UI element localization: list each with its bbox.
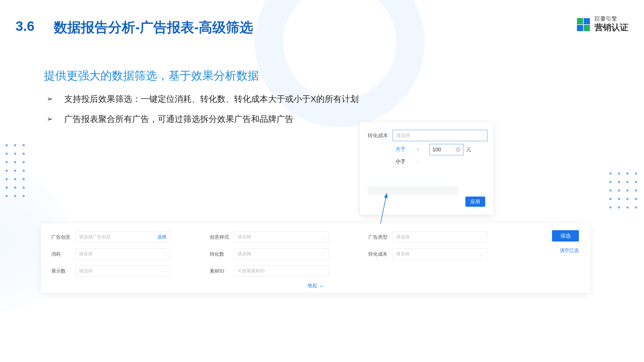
popup-select[interactable]: 请选择 ˄ bbox=[393, 130, 487, 141]
chevron-up-icon: ︽ bbox=[320, 283, 324, 288]
popup-unit: 元 bbox=[466, 146, 471, 153]
svg-rect-3 bbox=[584, 25, 590, 31]
svg-rect-1 bbox=[584, 18, 590, 24]
conversion-cost-select[interactable]: 请选择 ⌄ bbox=[392, 248, 487, 260]
logo-text-small: 巨量引擎 bbox=[594, 16, 628, 22]
logo-text-big: 营销认证 bbox=[594, 22, 628, 33]
dots-decoration-left bbox=[6, 144, 26, 199]
filter-label: 转化成本 bbox=[368, 251, 392, 257]
bullet-chevron-icon: ➢ bbox=[47, 115, 53, 123]
collapse-toggle[interactable]: 收起 ︽ bbox=[308, 282, 324, 289]
filter-label: 素材ID bbox=[210, 268, 234, 274]
clear-filters-link[interactable]: 清空已选 bbox=[560, 247, 579, 254]
filter-grid: 广告创意 请选择广告创意 选择 创意样式 请选择 ⌄ 广告类型 请选择 ⌄ 消耗… bbox=[51, 231, 580, 277]
chevron-down-icon: ⌄ bbox=[163, 252, 166, 256]
filter-label: 消耗 bbox=[51, 251, 75, 257]
chevron-down-icon: ⌄ bbox=[322, 235, 325, 239]
section-number: 3.6 bbox=[16, 18, 35, 34]
filter-label: 广告创意 bbox=[51, 234, 75, 240]
bullet-text: 广告报表聚合所有广告，可通过筛选拆分效果广告和品牌广告 bbox=[64, 113, 294, 125]
filter-button[interactable]: 筛选 bbox=[552, 230, 579, 242]
svg-rect-0 bbox=[577, 18, 583, 24]
dots-decoration-right bbox=[609, 173, 638, 210]
select-link[interactable]: 选择 bbox=[157, 234, 166, 240]
popup-option-less[interactable]: 小于 › bbox=[394, 158, 420, 165]
filter-label: 创意样式 bbox=[210, 234, 234, 240]
clear-icon[interactable] bbox=[456, 147, 460, 152]
conversions-select[interactable]: 请选择 ⌄ bbox=[234, 248, 329, 260]
ad-type-select[interactable]: 请选择 ⌄ bbox=[392, 231, 487, 243]
popup-value: 100 bbox=[433, 147, 441, 153]
popup-select-placeholder: 请选择 bbox=[396, 133, 410, 139]
chevron-down-icon: ⌄ bbox=[480, 252, 483, 256]
chevron-up-icon: ˄ bbox=[482, 133, 484, 138]
svg-rect-2 bbox=[577, 25, 583, 31]
popup-options-menu: 大于 › 小于 › bbox=[394, 143, 425, 168]
filter-panel: 广告创意 请选择广告创意 选择 创意样式 请选择 ⌄ 广告类型 请选择 ⌄ 消耗… bbox=[41, 223, 590, 293]
creative-style-select[interactable]: 请选择 ⌄ bbox=[234, 231, 329, 243]
chevron-down-icon: ⌄ bbox=[480, 235, 483, 239]
logo-mark-icon bbox=[576, 18, 590, 32]
section-title: 数据报告分析-广告报表-高级筛选 bbox=[54, 18, 253, 36]
ad-creative-picker[interactable]: 请选择广告创意 选择 bbox=[75, 231, 170, 243]
apply-button[interactable]: 应用 bbox=[465, 197, 485, 207]
filter-popup: 转化成本 请选择 ˄ 大于 › 小于 › 100 元 应用 bbox=[360, 122, 494, 215]
chevron-down-icon: ⌄ bbox=[322, 252, 325, 256]
impressions-select[interactable]: 请选择 ⌄ bbox=[75, 265, 170, 277]
chevron-right-icon: › bbox=[417, 159, 419, 164]
material-id-input[interactable]: 可搜索素材ID bbox=[234, 265, 329, 277]
brand-logo: 巨量引擎 营销认证 bbox=[576, 16, 628, 33]
popup-ghost-bar bbox=[368, 186, 458, 195]
filter-label: 转化数 bbox=[210, 251, 234, 257]
chevron-right-icon: › bbox=[417, 146, 419, 152]
popup-value-input[interactable]: 100 bbox=[429, 144, 463, 155]
cost-select[interactable]: 请选择 ⌄ bbox=[75, 248, 170, 260]
bullet-chevron-icon: ➢ bbox=[47, 94, 53, 103]
popup-label: 转化成本 bbox=[368, 132, 388, 139]
bullet-list: ➢ 支持投后效果筛选：一键定位消耗、转化数、转化成本大于或小于X的所有计划 ➢ … bbox=[47, 93, 359, 133]
filter-label: 展示数 bbox=[51, 268, 75, 274]
chevron-down-icon: ⌄ bbox=[163, 269, 166, 273]
subtitle: 提供更强大的数据筛选，基于效果分析数据 bbox=[44, 68, 259, 83]
popup-option-greater[interactable]: 大于 › bbox=[394, 146, 420, 152]
bullet-text: 支持投后效果筛选：一键定位消耗、转化数、转化成本大于或小于X的所有计划 bbox=[64, 93, 359, 105]
filter-label: 广告类型 bbox=[368, 234, 392, 240]
